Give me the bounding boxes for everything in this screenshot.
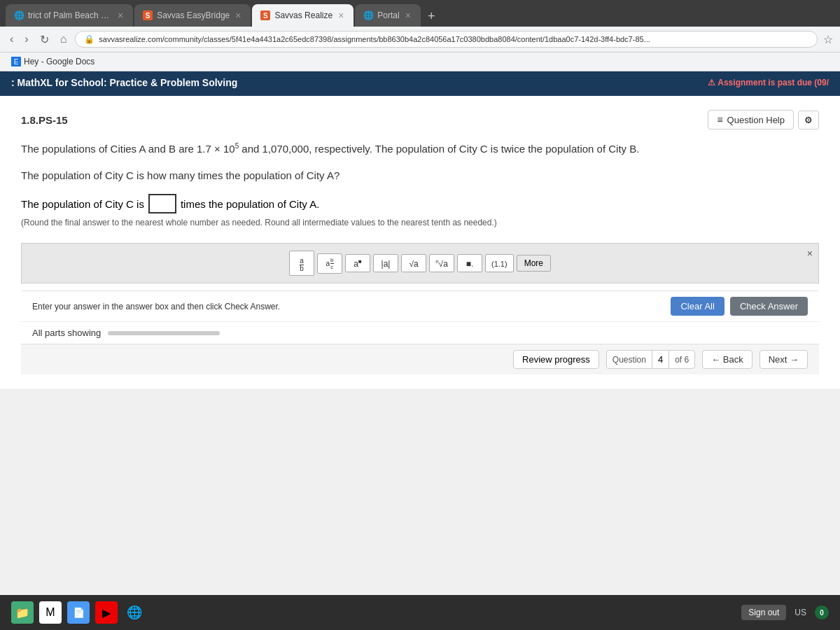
bookmark-icon-docs: E <box>11 57 21 66</box>
home-button[interactable]: ⌂ <box>57 31 70 47</box>
tab-close-realize[interactable]: × <box>337 10 345 21</box>
lock-icon: 🔒 <box>84 34 94 44</box>
fraction-icon: ab <box>300 258 304 272</box>
tab-district[interactable]: 🌐 trict of Palm Beach C... × <box>6 4 133 27</box>
taskbar-icon-chrome[interactable]: 🌐 <box>123 601 146 624</box>
navigation-row: Review progress Question 4 of 6 ← Back N… <box>21 344 819 374</box>
main-content: : MathXL for School: Practice & Problem … <box>0 71 840 610</box>
math-toolbar: ab abc a■ |a| √a n√a ■. <box>21 243 819 284</box>
question-header: 1.8.PS-15 ≡ Question Help ⚙ <box>21 110 819 130</box>
math-btn-superscript[interactable]: a■ <box>345 254 370 272</box>
back-button[interactable]: ← Back <box>702 350 752 369</box>
answer-input-box[interactable] <box>148 194 176 214</box>
question-help-button[interactable]: ≡ Question Help <box>708 110 794 130</box>
math-btn-fraction[interactable]: ab <box>289 251 314 276</box>
tab-icon-realize: S <box>260 10 270 20</box>
tab-icon-easybridge: S <box>143 10 153 20</box>
address-text: savvasrealize.com/community/classes/5f41… <box>99 35 808 43</box>
math-more-button[interactable]: More <box>517 255 551 272</box>
question-indicator: Question 4 of 6 <box>606 350 695 369</box>
taskbar-icon-docs[interactable]: 📄 <box>67 601 90 624</box>
all-parts-row: All parts showing <box>21 321 819 344</box>
tab-close-district[interactable]: × <box>116 10 125 21</box>
question-container: 1.8.PS-15 ≡ Question Help ⚙ The populati… <box>0 96 840 388</box>
taskbar-right: Sign out US 0 <box>741 605 829 620</box>
sign-out-button[interactable]: Sign out <box>741 605 786 620</box>
app-header: : MathXL for School: Practice & Problem … <box>0 71 840 94</box>
tab-icon-portal: 🌐 <box>363 10 373 20</box>
question-help-icon: ≡ <box>717 114 722 125</box>
bottom-bar: Enter your answer in the answer box and … <box>21 290 819 321</box>
user-avatar: 0 <box>815 606 829 620</box>
tab-portal[interactable]: 🌐 Portal × <box>355 4 421 27</box>
settings-gear-button[interactable]: ⚙ <box>798 111 819 130</box>
question-body-part1: The populations of Cities A and B are 1.… <box>21 143 235 155</box>
tab-icon-district: 🌐 <box>14 10 24 20</box>
bookmark-label-docs: Hey - Google Docs <box>24 57 94 66</box>
tab-label-realize: Savvas Realize <box>274 10 332 20</box>
superscript-icon: a■ <box>354 259 362 269</box>
bookmark-hey-google-docs[interactable]: E Hey - Google Docs <box>7 55 99 68</box>
tab-label-portal: Portal <box>377 10 399 20</box>
answer-line-container: The population of City C is times the po… <box>21 194 819 214</box>
back-nav-button[interactable]: ‹ <box>7 31 16 47</box>
address-bar[interactable]: 🔒 savvasrealize.com/community/classes/5f… <box>75 31 818 48</box>
review-progress-button[interactable]: Review progress <box>513 350 599 369</box>
taskbar-icon-media[interactable]: ▶ <box>95 601 118 624</box>
close-icon: × <box>807 248 813 259</box>
question-indicator-of: of 6 <box>669 351 694 368</box>
question-body-part2: and 1,070,000, respectively. The populat… <box>239 143 639 155</box>
math-btn-decimal[interactable]: ■. <box>457 254 482 272</box>
locale-label: US <box>794 608 806 617</box>
all-parts-label: All parts showing <box>32 328 101 338</box>
math-btn-abs[interactable]: |a| <box>373 254 398 272</box>
approx-icon: (1.1) <box>491 260 507 268</box>
tab-easybridge[interactable]: S Savvas EasyBridge × <box>134 4 251 27</box>
check-answer-button[interactable]: Check Answer <box>730 297 808 316</box>
address-bar-row: ‹ › ↻ ⌂ 🔒 savvasrealize.com/community/cl… <box>0 27 840 52</box>
question-indicator-number: 4 <box>652 351 669 368</box>
math-btn-nroot[interactable]: n√a <box>429 254 454 272</box>
tab-realize[interactable]: S Savvas Realize × <box>252 4 354 27</box>
tab-close-easybridge[interactable]: × <box>234 10 242 21</box>
past-due-badge: ⚠ Assignment is past due (09/ <box>708 78 829 88</box>
question-body-paragraph2: The population of City C is how many tim… <box>21 167 819 184</box>
new-tab-button[interactable]: + <box>422 6 441 27</box>
answer-prefix-text: The population of City C is <box>21 198 144 210</box>
absolute-value-icon: |a| <box>382 259 391 269</box>
math-btn-approx[interactable]: (1.1) <box>485 254 514 272</box>
reload-button[interactable]: ↻ <box>37 31 52 48</box>
tab-label-district: trict of Palm Beach C... <box>28 10 112 20</box>
math-toolbar-close[interactable]: × <box>807 248 813 259</box>
mixed-number-icon: abc <box>326 257 334 270</box>
tab-bar: 🌐 trict of Palm Beach C... × S Savvas Ea… <box>6 4 834 27</box>
clear-all-button[interactable]: Clear All <box>671 297 724 316</box>
question-body-paragraph1: The populations of Cities A and B are 1.… <box>21 141 819 158</box>
question-indicator-label: Question <box>607 351 652 368</box>
gear-icon: ⚙ <box>804 115 813 125</box>
tab-close-portal[interactable]: × <box>404 10 412 21</box>
nroot-icon: n√a <box>435 259 448 269</box>
bookmarks-bar: E Hey - Google Docs <box>0 52 840 71</box>
browser-chrome: 🌐 trict of Palm Beach C... × S Savvas Ea… <box>0 0 840 27</box>
question-help-label: Question Help <box>727 115 785 125</box>
next-button[interactable]: Next → <box>760 350 808 369</box>
answer-suffix-text: times the population of City A. <box>181 198 319 210</box>
question-number: 1.8.PS-15 <box>21 114 68 126</box>
tab-label-easybridge: Savvas EasyBridge <box>157 10 230 20</box>
app-title: : MathXL for School: Practice & Problem … <box>11 77 237 88</box>
sqrt-icon: √a <box>409 259 418 269</box>
taskbar-icon-gmail[interactable]: M <box>39 601 62 624</box>
enter-answer-text: Enter your answer in the answer box and … <box>32 302 671 312</box>
taskbar-left: 📁 M 📄 ▶ 🌐 <box>11 601 146 624</box>
rounding-note: (Round the final answer to the nearest w… <box>21 216 819 229</box>
taskbar: 📁 M 📄 ▶ 🌐 Sign out US 0 <box>0 595 840 630</box>
forward-nav-button[interactable]: › <box>22 31 31 47</box>
bookmark-star-button[interactable]: ☆ <box>823 33 833 46</box>
math-btn-mixed[interactable]: abc <box>317 253 342 274</box>
decimal-icon: ■. <box>466 259 474 269</box>
parts-progress-bar <box>108 331 220 335</box>
math-btn-sqrt[interactable]: √a <box>401 254 426 272</box>
taskbar-icon-files[interactable]: 📁 <box>11 601 34 624</box>
